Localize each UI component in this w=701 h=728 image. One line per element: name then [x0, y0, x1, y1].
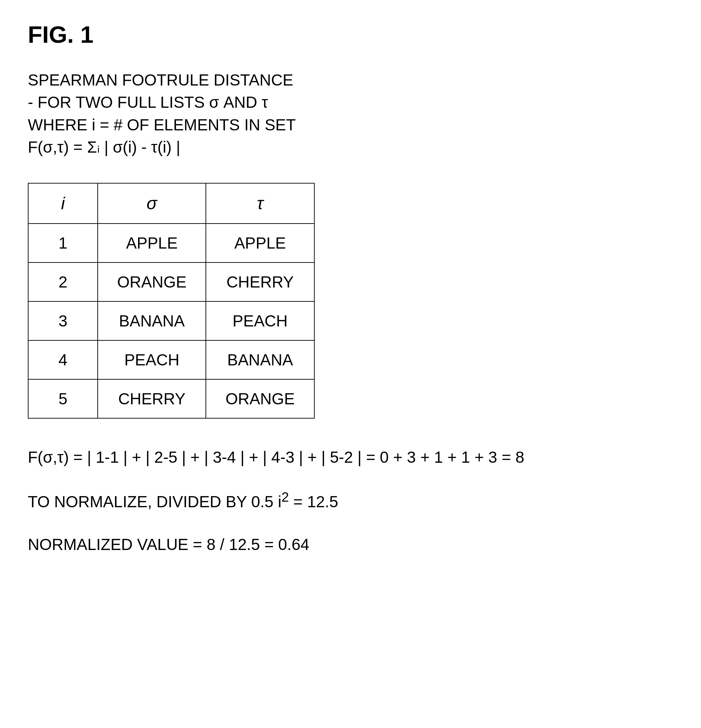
desc-line-3: WHERE i = # OF ELEMENTS IN SET	[28, 114, 673, 136]
page-title: FIG. 1	[28, 21, 673, 48]
cell-i-2: 2	[28, 263, 98, 302]
cell-tau-2: CHERRY	[206, 263, 314, 302]
cell-sigma-3: BANANA	[98, 302, 206, 340]
cell-i-4: 4	[28, 340, 98, 379]
cell-tau-3: PEACH	[206, 302, 314, 340]
header-tau: τ	[206, 183, 314, 224]
desc-line-4: F(σ,τ) = Σᵢ | σ(i) - τ(i) |	[28, 136, 673, 158]
table-header-row: i σ τ	[28, 183, 314, 224]
table-row: 1 APPLE APPLE	[28, 224, 314, 263]
cell-sigma-2: ORANGE	[98, 263, 206, 302]
spearman-table: i σ τ 1 APPLE APPLE 2 ORANGE CHERRY 3 BA…	[28, 183, 315, 419]
cell-i-5: 5	[28, 379, 98, 418]
cell-i-3: 3	[28, 302, 98, 340]
cell-tau-1: APPLE	[206, 224, 314, 263]
table-row: 3 BANANA PEACH	[28, 302, 314, 340]
desc-line-1: SPEARMAN FOOTRULE DISTANCE	[28, 69, 673, 91]
data-table-container: i σ τ 1 APPLE APPLE 2 ORANGE CHERRY 3 BA…	[28, 183, 673, 419]
description-block: SPEARMAN FOOTRULE DISTANCE - FOR TWO FUL…	[28, 69, 673, 159]
cell-tau-4: BANANA	[206, 340, 314, 379]
table-row: 2 ORANGE CHERRY	[28, 263, 314, 302]
header-sigma: σ	[98, 183, 206, 224]
formula-line-3: NORMALIZED VALUE = 8 / 12.5 = 0.64	[28, 530, 673, 559]
cell-tau-5: ORANGE	[206, 379, 314, 418]
desc-line-2: - FOR TWO FULL LISTS σ AND τ	[28, 91, 673, 113]
cell-sigma-5: CHERRY	[98, 379, 206, 418]
header-i: i	[28, 183, 98, 224]
cell-sigma-4: PEACH	[98, 340, 206, 379]
table-row: 4 PEACH BANANA	[28, 340, 314, 379]
cell-i-1: 1	[28, 224, 98, 263]
formula-line-1: F(σ,τ) = | 1-1 | + | 2-5 | + | 3-4 | + |…	[28, 443, 673, 472]
formula-section: F(σ,τ) = | 1-1 | + | 2-5 | + | 3-4 | + |…	[28, 443, 673, 559]
formula-line-2: TO NORMALIZE, DIVIDED BY 0.5 i2 = 12.5	[28, 485, 673, 516]
table-row: 5 CHERRY ORANGE	[28, 379, 314, 418]
cell-sigma-1: APPLE	[98, 224, 206, 263]
